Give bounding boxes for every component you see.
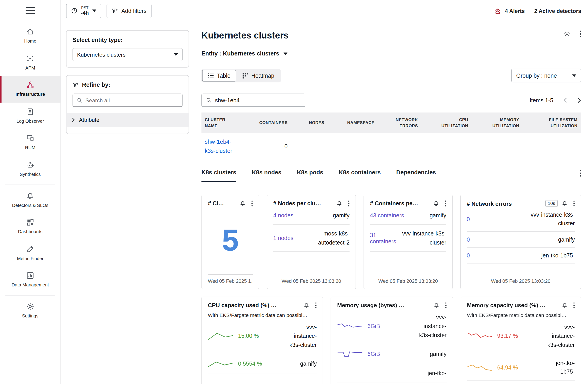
card-subtitle: With EKS/Fargate metric data can possibl…: [467, 312, 575, 318]
column-header-network-errors[interactable]: NETWORK ERRORS: [378, 116, 422, 129]
metric-value-link[interactable]: 0: [467, 216, 470, 222]
sidebar-item-home[interactable]: Home: [0, 23, 61, 49]
table-view-toggle[interactable]: Table: [202, 70, 236, 81]
sidebar-item-data-management[interactable]: Data Management: [0, 267, 61, 293]
hamburger-menu-icon[interactable]: [25, 7, 35, 14]
group-by-dropdown[interactable]: Group by : none: [511, 69, 581, 82]
sparkline-purple: [337, 349, 363, 359]
metric-row: 15.00 % vvv-instance-k3s-cluster: [208, 318, 317, 354]
sidebar-item-settings[interactable]: Settings: [0, 298, 61, 324]
alerts-count[interactable]: 4 Alerts: [505, 8, 525, 14]
overflow-menu-icon[interactable]: [573, 200, 575, 207]
tab-k8s-containers[interactable]: K8s containers: [339, 169, 380, 182]
log-observer-icon: [26, 108, 34, 116]
tab-k8s-pods[interactable]: K8s pods: [297, 169, 323, 182]
metric-value-link[interactable]: 0: [467, 236, 470, 243]
metric-cards-row-2: CPU capacity used (%) … With EKS/Fargat: [202, 297, 581, 384]
overflow-menu-icon[interactable]: [580, 30, 581, 37]
sidebar-item-synthetics[interactable]: Synthetics: [0, 156, 61, 182]
chevron-right-small-icon: [72, 117, 75, 122]
overflow-menu-icon[interactable]: [445, 302, 446, 308]
tab-dependencies[interactable]: Dependencies: [396, 169, 436, 182]
sidebar-item-label: Settings: [22, 313, 38, 319]
add-filters-button[interactable]: Add filters: [106, 4, 151, 18]
detectors-bell-icon: [26, 192, 34, 200]
metric-value-link[interactable]: 1 nodes: [273, 235, 293, 241]
containers-per-cluster-card: # Containers pe… 43 cont: [364, 195, 453, 289]
overflow-menu-icon[interactable]: [348, 200, 350, 206]
bell-icon[interactable]: [562, 302, 567, 308]
sidebar-item-dashboards[interactable]: Dashboards: [0, 213, 61, 240]
column-header-namespace[interactable]: NAMESPACE: [328, 119, 378, 126]
chevron-right-icon[interactable]: [577, 97, 581, 103]
cluster-name-link[interactable]: shw-1eb4-k3s-cluster: [205, 137, 240, 155]
content-column: PST -4h Add filters 4 Alerts 2 Active de: [61, 0, 588, 384]
column-header-nodes[interactable]: NODES: [291, 119, 328, 126]
cluster-search-input[interactable]: [215, 97, 301, 103]
home-icon: [26, 28, 34, 36]
sidebar-item-infrastructure[interactable]: Infrastructure: [0, 76, 61, 103]
metric-value: 93.17 %: [497, 333, 518, 339]
time-range-value: -4h: [81, 10, 89, 16]
heatmap-view-toggle[interactable]: Heatmap: [237, 70, 280, 81]
bell-icon[interactable]: [562, 200, 567, 207]
sparkline-purple: [337, 321, 363, 331]
time-range-picker[interactable]: PST -4h: [66, 4, 101, 18]
metric-value-link[interactable]: 4 nodes: [273, 212, 293, 218]
active-detectors-count[interactable]: 2 Active detectors: [534, 8, 581, 14]
sidebar-item-rum[interactable]: RUM: [0, 129, 61, 156]
left-nav-sidebar: Home APM Infrastructure Log Observer RUM: [0, 0, 61, 384]
app-window: Home APM Infrastructure Log Observer RUM: [0, 0, 588, 384]
metric-row: 31 containers vvv-instance-k3s-cluster: [370, 225, 446, 251]
clusters-count-card: # Cl… 5 Wed 05 Feb 2025 1…: [202, 195, 259, 289]
sidebar-item-log-observer[interactable]: Log Observer: [0, 103, 61, 129]
column-header-containers[interactable]: CONTAINERS: [242, 119, 292, 126]
refine-search-input[interactable]: [85, 97, 178, 103]
sidebar-item-detectors-slos[interactable]: Detectors & SLOs: [0, 187, 61, 213]
sidebar-item-apm[interactable]: APM: [0, 49, 61, 76]
card-title: CPU capacity used (%) …: [208, 302, 300, 308]
sidebar-item-metric-finder[interactable]: Metric Finder: [0, 240, 61, 267]
bell-icon[interactable]: [240, 200, 246, 206]
filter-panel: Select entity type: Kubernetes clusters …: [66, 30, 189, 384]
sidebar-item-label: RUM: [25, 145, 36, 151]
add-filters-label: Add filters: [121, 7, 147, 14]
entity-type-select[interactable]: Kubernetes clusters: [73, 48, 183, 61]
overflow-menu-icon[interactable]: [573, 302, 575, 308]
metric-value-link[interactable]: 43 containers: [370, 212, 404, 218]
bell-icon[interactable]: [336, 200, 342, 206]
memory-capacity-card: Memory capacity used (%) … With EKS/Far: [461, 297, 581, 384]
attribute-expander[interactable]: Attribute: [66, 113, 188, 127]
chevron-left-icon[interactable]: [564, 97, 567, 103]
overflow-menu-icon[interactable]: [445, 200, 446, 206]
overflow-menu-icon[interactable]: [252, 200, 253, 206]
synthetics-icon: [26, 161, 34, 169]
entity-selector-label: Entity : Kubernetes clusters: [202, 50, 279, 57]
card-title: Memory usage (bytes) …: [337, 302, 430, 308]
tab-k8s-nodes[interactable]: K8s nodes: [252, 169, 282, 182]
overflow-menu-icon[interactable]: [315, 302, 317, 308]
sidebar-item-label: Metric Finder: [17, 256, 43, 262]
metric-value-link[interactable]: 0: [467, 252, 470, 258]
bell-icon[interactable]: [433, 302, 440, 308]
metric-row: 4 nodes gamify: [273, 207, 350, 225]
entity-selector[interactable]: Entity : Kubernetes clusters: [202, 50, 581, 57]
bell-icon[interactable]: [433, 200, 439, 206]
metric-row: jen-tko-: [337, 364, 446, 382]
entity-type-value: Kubernetes clusters: [77, 52, 126, 58]
column-header-memory-utilization[interactable]: MEMORY UTILIZATION: [472, 116, 523, 129]
overflow-menu-icon[interactable]: [580, 170, 581, 177]
metric-label: vvv-instance-k3s-cluster: [402, 229, 446, 247]
clusters-count-value: 5: [208, 207, 253, 274]
sidebar-divider: [5, 184, 55, 185]
refine-by-label: Refine by:: [82, 81, 110, 88]
tab-k8s-clusters[interactable]: K8s clusters: [202, 169, 236, 182]
column-header-cluster-name[interactable]: CLUSTER NAME: [202, 116, 242, 129]
card-timestamp: Wed 05 Feb 2025 13:03:20: [370, 274, 446, 284]
column-header-cpu-utilization[interactable]: CPU UTILIZATION: [422, 116, 472, 129]
bell-icon[interactable]: [304, 302, 310, 308]
column-header-file-system-utilization[interactable]: FILE SYSTEM UTILIZATION: [523, 116, 581, 129]
metric-value-link[interactable]: 31 containers: [370, 232, 398, 245]
gear-icon[interactable]: [564, 30, 571, 37]
metric-cards-row-1: # Cl… 5 Wed 05 Feb 2025 1…: [202, 195, 581, 289]
